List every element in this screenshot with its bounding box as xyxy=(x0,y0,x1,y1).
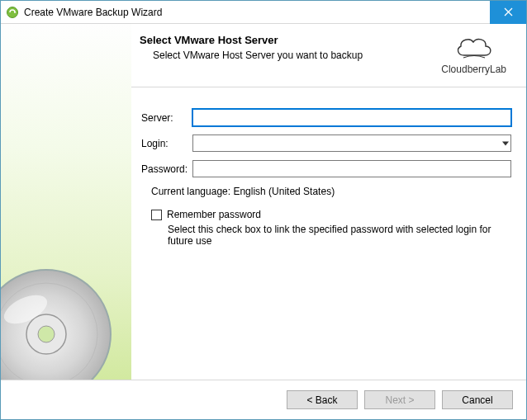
login-label: Login: xyxy=(141,138,192,149)
wizard-sidebar xyxy=(1,24,131,380)
remember-password-label: Remember password xyxy=(167,209,261,220)
brand-logo: CloudberryLab xyxy=(441,34,506,75)
wizard-footer: < Back Next > Cancel xyxy=(1,380,526,419)
titlebar: Create VMware Backup Wizard xyxy=(1,1,526,24)
app-icon xyxy=(6,6,19,19)
chevron-down-icon xyxy=(502,141,509,145)
wizard-window: Create VMware Backup Wizard xyxy=(0,0,527,420)
remember-password-checkbox[interactable] xyxy=(151,210,162,220)
brand-name: CloudberryLab xyxy=(441,64,506,75)
wizard-main: Select VMware Host Server Select VMware … xyxy=(131,24,526,380)
back-button[interactable]: < Back xyxy=(287,390,358,409)
page-title: Select VMware Host Server xyxy=(140,34,433,46)
language-line: Current language: English (United States… xyxy=(141,186,511,197)
window-title: Create VMware Backup Wizard xyxy=(24,7,490,18)
close-button[interactable] xyxy=(490,1,526,24)
wizard-body: Select VMware Host Server Select VMware … xyxy=(1,24,526,380)
server-label: Server: xyxy=(141,112,192,124)
page-subtitle: Select VMware Host Server you want to ba… xyxy=(140,50,433,61)
cancel-button[interactable]: Cancel xyxy=(442,390,513,409)
cloud-icon xyxy=(452,34,496,62)
form-area: Server: Login: Password: Current languag… xyxy=(131,87,526,255)
wizard-header: Select VMware Host Server Select VMware … xyxy=(131,24,526,87)
svg-point-4 xyxy=(38,326,55,342)
disc-graphic xyxy=(1,264,116,380)
login-combo[interactable] xyxy=(192,134,511,152)
svg-point-0 xyxy=(7,7,18,17)
next-button[interactable]: Next > xyxy=(364,390,435,409)
password-label: Password: xyxy=(141,163,192,175)
remember-password-desc: Select this check box to link the specif… xyxy=(141,224,511,247)
password-input[interactable] xyxy=(192,160,511,177)
server-input[interactable] xyxy=(192,109,511,126)
